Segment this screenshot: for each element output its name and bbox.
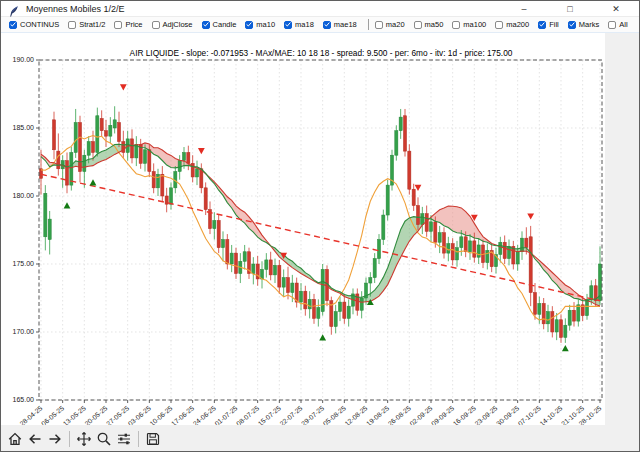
candle-body [468, 241, 471, 252]
checked-checkbox-icon[interactable] [323, 21, 331, 29]
checked-checkbox-icon[interactable] [9, 21, 17, 29]
pan-icon [76, 431, 92, 447]
candle-body [503, 242, 506, 258]
back-icon [27, 431, 43, 447]
candle-body [334, 312, 337, 327]
checkbox-ma18[interactable]: ma18 [284, 20, 314, 29]
candle-body [516, 252, 519, 264]
candle-body [148, 150, 151, 172]
window-title: Moyennes Mobiles 1/2/E [26, 4, 125, 14]
y-tick-label: 170.00 [13, 328, 35, 335]
candle-body [395, 131, 398, 155]
checkbox-adjclose[interactable]: AdjClose [152, 20, 193, 29]
checkbox-ma50[interactable]: ma50 [414, 20, 444, 29]
candle-body [473, 241, 476, 257]
unchecked-checkbox-icon[interactable] [414, 21, 422, 29]
checkbox-mae18[interactable]: mae18 [323, 20, 357, 29]
unchecked-checkbox-icon[interactable] [495, 21, 503, 29]
candle-body [312, 299, 315, 318]
home-button[interactable] [5, 429, 25, 449]
checkbox-fill[interactable]: Fill [538, 20, 559, 29]
candle-body [464, 237, 467, 252]
candle-body [57, 151, 60, 169]
unchecked-checkbox-icon[interactable] [114, 21, 122, 29]
checkbox-label: CONTINUS [20, 20, 59, 29]
checked-checkbox-icon[interactable] [245, 21, 253, 29]
candle-body [299, 291, 302, 302]
checkbox-candle[interactable]: Candle [202, 20, 237, 29]
checkbox-all[interactable]: All [608, 20, 627, 29]
unchecked-checkbox-icon[interactable] [152, 21, 160, 29]
candle-body [221, 240, 224, 248]
checkbox-label: ma50 [425, 20, 444, 29]
candle-body [416, 206, 419, 225]
maximize-button[interactable]: □ [547, 1, 593, 17]
candle-body [559, 320, 562, 338]
candle-body [100, 118, 103, 130]
minimize-button[interactable]: – [501, 1, 547, 17]
y-tick-label: 175.00 [13, 260, 35, 267]
candle-body [533, 293, 536, 315]
y-tick-label: 180.00 [13, 192, 35, 199]
candle-body [525, 238, 528, 248]
candle-body [308, 299, 311, 309]
close-button[interactable]: ✕ [593, 1, 639, 17]
unchecked-checkbox-icon[interactable] [452, 21, 460, 29]
checkbox-label: Fill [549, 20, 559, 29]
candle-body [499, 242, 502, 254]
candle-body [195, 169, 198, 177]
candle-body [477, 245, 480, 257]
candle-body [399, 117, 402, 131]
candle-body [74, 123, 77, 153]
price-chart-canvas[interactable]: AIR LIQUIDE - slope: -0.071953 - MAx/MAE… [1, 33, 640, 425]
checkbox-marks[interactable]: Marks [568, 20, 599, 29]
candle-body [269, 260, 272, 275]
unchecked-checkbox-icon[interactable] [375, 21, 383, 29]
candle-body [377, 240, 380, 259]
configure-subplots-button[interactable] [114, 429, 134, 449]
checkbox-label: mae18 [334, 20, 357, 29]
pan-button[interactable] [74, 429, 94, 449]
checked-checkbox-icon[interactable] [538, 21, 546, 29]
nav-toolbar [1, 425, 639, 452]
checked-checkbox-icon[interactable] [284, 21, 292, 29]
checkbox-ma100[interactable]: ma100 [452, 20, 486, 29]
checked-checkbox-icon[interactable] [202, 21, 210, 29]
candle-body [507, 246, 510, 258]
save-icon [145, 431, 161, 447]
checkbox-label: AdjClose [163, 20, 193, 29]
checkbox-ma10[interactable]: ma10 [245, 20, 275, 29]
candle-body [70, 152, 73, 185]
checkbox-strat1-2[interactable]: Strat1/2 [68, 20, 105, 29]
candle-body [44, 193, 47, 237]
candle-body [317, 308, 320, 319]
checkbox-continus[interactable]: CONTINUS [9, 20, 59, 29]
checkbox-ma20[interactable]: ma20 [375, 20, 405, 29]
candle-body [447, 244, 450, 254]
candle-body [486, 250, 489, 262]
checked-checkbox-icon[interactable] [568, 21, 576, 29]
candle-body [83, 155, 86, 171]
chart-title: AIR LIQUIDE - slope: -0.071953 - MAx/MAE… [130, 48, 513, 58]
candle-body [382, 215, 385, 239]
zoom-button[interactable] [94, 429, 114, 449]
unchecked-checkbox-icon[interactable] [68, 21, 76, 29]
forward-button[interactable] [45, 429, 65, 449]
candle-body [546, 312, 549, 324]
candle-body [564, 325, 567, 337]
candle-body [152, 172, 155, 188]
back-button[interactable] [25, 429, 45, 449]
candle-body [52, 120, 55, 150]
forward-icon [47, 431, 63, 447]
checkbox-label: Price [125, 20, 142, 29]
checkbox-price[interactable]: Price [114, 20, 142, 29]
window-controls: –□✕ [501, 1, 639, 17]
candle-body [555, 320, 558, 332]
unchecked-checkbox-icon[interactable] [608, 21, 616, 29]
save-button[interactable] [143, 429, 163, 449]
candle-body [282, 278, 285, 288]
checkbox-label: ma10 [256, 20, 275, 29]
candle-body [291, 283, 294, 293]
checkbox-ma200[interactable]: ma200 [495, 20, 529, 29]
candle-body [438, 233, 441, 243]
